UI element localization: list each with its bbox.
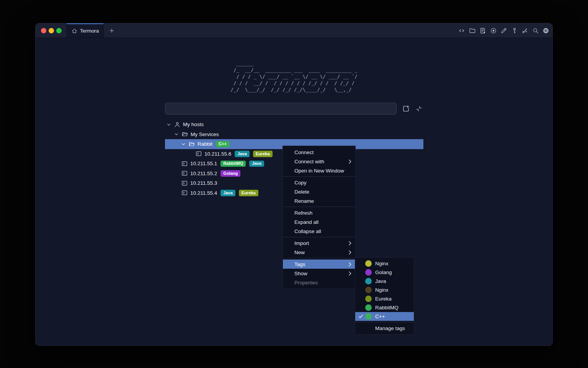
check-icon — [358, 314, 365, 319]
toolbar-log-button[interactable] — [479, 27, 486, 34]
tab-title: Termora — [80, 28, 99, 34]
menu-item-connect-with[interactable]: Connect with — [283, 157, 355, 166]
menu-item-open-in-new-window[interactable]: Open in New Window — [283, 166, 355, 175]
collapse-icon — [415, 105, 423, 112]
menu-item-expand-all[interactable]: Expand all — [283, 217, 355, 227]
menu-item-delete[interactable]: Delete — [283, 187, 355, 196]
submenu-item-manage-tags[interactable]: Manage tags — [355, 324, 414, 333]
submenu-item-eureka[interactable]: Eureka — [355, 294, 414, 303]
submenu-item-rabbitmq[interactable]: RabbitMQ — [355, 303, 414, 312]
terminal-icon — [181, 190, 188, 196]
terminal-icon — [181, 161, 188, 167]
menu-separator — [283, 207, 355, 207]
user-icon — [174, 122, 180, 128]
new-host-button[interactable] — [402, 105, 410, 113]
filter-hosts-input[interactable] — [165, 103, 397, 115]
tag-badge: C++ — [216, 141, 229, 148]
tags-submenu: Nginx Golang Java Nginx Eureka RabbitMQ — [355, 257, 414, 335]
titlebar: Termora — [36, 23, 552, 38]
menu-item-connect[interactable]: Connect — [283, 148, 355, 157]
log-icon — [479, 27, 486, 34]
maximize-window-button[interactable] — [56, 28, 62, 33]
menu-item-collapse-all[interactable]: Collapse all — [283, 227, 355, 236]
tag-color-dot — [365, 304, 372, 311]
toolbar-code-button[interactable] — [458, 27, 465, 34]
chevron-right-icon — [349, 271, 351, 276]
tag-badge: Java — [235, 151, 249, 157]
tab-termora[interactable]: Termora — [67, 23, 104, 38]
submenu-item-java[interactable]: Java — [355, 277, 414, 286]
context-menu: Connect Connect with Open in New Window … — [283, 146, 356, 289]
toolbar-search-button[interactable] — [532, 27, 539, 34]
chevron-right-icon — [349, 241, 351, 245]
app-banner: ______ /_ __/__ _________ ___ ____ _____… — [36, 60, 552, 93]
terminal-icon — [181, 180, 188, 186]
menu-separator — [283, 237, 355, 237]
chevron-down-icon[interactable] — [181, 142, 186, 146]
toolbar-record-button[interactable] — [490, 27, 497, 34]
minimize-window-button[interactable] — [49, 28, 54, 33]
ascii-art-logo: ______ /_ __/__ _________ ___ ____ _____… — [230, 60, 357, 93]
tag-color-dot — [365, 260, 372, 267]
menu-separator — [283, 258, 355, 258]
key-icon — [511, 27, 518, 34]
chevron-right-icon — [349, 159, 351, 164]
folder-open-icon — [189, 141, 195, 147]
tag-badge: Java — [249, 161, 264, 167]
chevron-down-icon[interactable] — [167, 122, 171, 127]
toolbar-keychain-button[interactable] — [521, 27, 528, 34]
chevron-right-icon — [349, 262, 351, 266]
submenu-item-cpp[interactable]: C++ — [355, 312, 414, 321]
edit-icon — [500, 27, 507, 34]
terminal-icon — [196, 151, 202, 157]
menu-item-new[interactable]: New — [283, 248, 355, 257]
submenu-item-nginx[interactable]: Nginx — [355, 259, 414, 268]
home-icon — [72, 28, 77, 34]
tag-badge: Java — [220, 190, 235, 196]
chevron-right-icon — [349, 250, 351, 255]
close-window-button[interactable] — [41, 28, 46, 33]
search-row — [165, 103, 423, 115]
menu-separator — [283, 176, 355, 177]
tag-color-dot — [365, 269, 372, 276]
toolbar-folder-button[interactable] — [469, 27, 476, 34]
submenu-item-nginx-2[interactable]: Nginx — [355, 286, 414, 294]
new-tab-button[interactable] — [104, 23, 120, 38]
menu-separator — [355, 322, 414, 322]
menu-item-refresh[interactable]: Refresh — [283, 208, 355, 217]
menu-item-properties: Properties — [283, 278, 355, 287]
tag-badge: Eureka — [253, 151, 273, 157]
app-window: Termora — [35, 23, 553, 346]
collapse-all-button[interactable] — [415, 105, 423, 113]
traffic-lights — [36, 23, 67, 38]
menu-item-show[interactable]: Show — [283, 269, 355, 278]
menu-item-tags[interactable]: Tags — [283, 260, 355, 269]
tag-color-dot — [365, 278, 372, 284]
tree-item-my-hosts[interactable]: My hosts — [165, 120, 423, 130]
tag-color-dot — [365, 287, 372, 293]
tag-color-dot — [365, 313, 372, 320]
toolbar-settings-button[interactable] — [542, 27, 549, 34]
menu-item-rename[interactable]: Rename — [283, 196, 355, 205]
toolbar-edit-button[interactable] — [500, 27, 507, 34]
tag-badge: Eureka — [239, 190, 258, 196]
tag-badge: RabbitMQ — [220, 161, 246, 167]
gear-icon — [542, 27, 549, 34]
menu-item-import[interactable]: Import — [283, 238, 355, 248]
search-icon — [532, 27, 539, 34]
record-icon — [490, 27, 497, 34]
tag-badge: Golang — [220, 170, 240, 177]
folder-icon — [469, 27, 476, 34]
folder-open-icon — [182, 131, 188, 137]
terminal-icon — [181, 170, 188, 176]
keychain-icon — [521, 27, 528, 34]
chevron-down-icon[interactable] — [174, 132, 179, 136]
add-icon — [402, 105, 410, 113]
tag-color-dot — [365, 296, 372, 302]
code-icon — [458, 27, 465, 34]
submenu-item-golang[interactable]: Golang — [355, 268, 414, 277]
titlebar-toolbar — [458, 23, 552, 38]
tree-item-my-services[interactable]: My Services — [165, 130, 423, 140]
toolbar-key-button[interactable] — [511, 27, 518, 34]
menu-item-copy[interactable]: Copy — [283, 178, 355, 187]
